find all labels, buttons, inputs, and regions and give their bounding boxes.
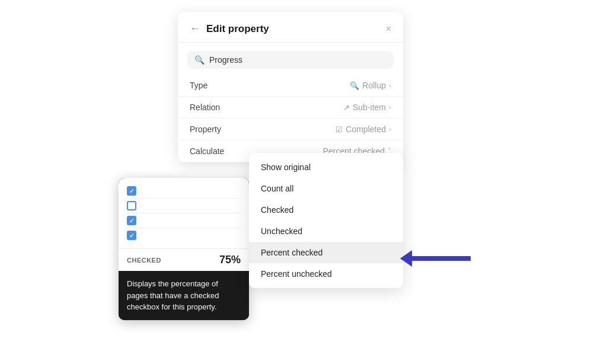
stat-label: CHECKED (127, 257, 161, 264)
header-left: ← Edit property (190, 23, 269, 35)
checkbox-row-1: ✓ (127, 184, 241, 199)
percent-checked-label: Percent checked (261, 248, 322, 257)
property-icon: ☑ (336, 125, 343, 134)
dropdown-item-show-original[interactable]: Show original (249, 157, 403, 178)
check-mark-4: ✓ (129, 232, 134, 239)
show-original-label: Show original (261, 162, 311, 172)
stat-value: 75% (219, 254, 241, 266)
checkbox-checked-2: ✓ (127, 216, 136, 225)
close-button[interactable]: × (386, 24, 391, 34)
property-label: Property (190, 124, 221, 134)
checkbox-row-2 (127, 199, 241, 213)
check-mark-3: ✓ (129, 218, 134, 224)
type-row[interactable]: Type 🔍 Rollup › (178, 75, 403, 97)
dropdown-item-percent-checked[interactable]: Percent checked (249, 242, 403, 263)
type-label: Type (190, 81, 207, 90)
type-value-text: Rollup (362, 81, 386, 90)
calculate-label: Calculate (190, 146, 224, 156)
property-chevron: › (389, 125, 391, 133)
property-value: ☑ Completed › (336, 124, 391, 134)
preview-stat: CHECKED 75% (119, 248, 249, 271)
arrow-head (400, 250, 412, 267)
relation-value-text: Sub-item (353, 103, 386, 112)
type-value: 🔍 Rollup › (350, 81, 391, 90)
property-row[interactable]: Property ☑ Completed › (178, 119, 403, 141)
back-button[interactable]: ← (190, 23, 200, 35)
preview-card: ✓ ✓ ✓ CHECKED 75% D (119, 178, 249, 320)
dropdown-item-checked[interactable]: Checked (249, 199, 403, 221)
property-value-text: Completed (346, 124, 386, 134)
page-background: ← Edit property × 🔍 Type 🔍 Rollup › Rela… (0, 0, 607, 364)
relation-row[interactable]: Relation ↗ Sub-item › (178, 97, 403, 119)
arrow-body (411, 256, 471, 261)
check-mark-1: ✓ (129, 188, 134, 194)
relation-label: Relation (190, 103, 220, 112)
preview-checkboxes: ✓ ✓ ✓ (119, 178, 249, 248)
count-all-label: Count all (261, 184, 293, 193)
unchecked-label: Unchecked (261, 226, 302, 236)
checkbox-checked-3: ✓ (127, 231, 136, 240)
panel-title: Edit property (206, 23, 269, 35)
checked-label: Checked (261, 205, 293, 215)
checkbox-row-3: ✓ (127, 213, 241, 228)
relation-chevron: › (389, 103, 391, 111)
dropdown-item-count-all[interactable]: Count all (249, 178, 403, 199)
type-icon: 🔍 (350, 81, 359, 90)
relation-icon: ↗ (343, 103, 350, 112)
type-chevron: › (389, 81, 391, 90)
checkbox-checked-1: ✓ (127, 186, 136, 196)
search-row: 🔍 (187, 51, 394, 69)
dropdown-menu: Show original Count all Checked Unchecke… (249, 153, 403, 288)
preview-description-text: Displays the percentage of pages that ha… (127, 279, 219, 311)
panel-header: ← Edit property × (178, 12, 403, 43)
search-icon: 🔍 (194, 55, 205, 65)
search-input[interactable] (209, 55, 386, 65)
relation-value: ↗ Sub-item › (343, 103, 391, 112)
preview-description: Displays the percentage of pages that ha… (119, 271, 249, 320)
edit-property-panel: ← Edit property × 🔍 Type 🔍 Rollup › Rela… (178, 12, 403, 162)
checkbox-row-4: ✓ (127, 228, 241, 242)
percent-unchecked-label: Percent unchecked (261, 269, 332, 279)
dropdown-item-percent-unchecked[interactable]: Percent unchecked (249, 263, 403, 285)
dropdown-item-unchecked[interactable]: Unchecked (249, 221, 403, 242)
arrow-indicator (400, 250, 471, 267)
checkbox-unchecked (127, 201, 136, 210)
